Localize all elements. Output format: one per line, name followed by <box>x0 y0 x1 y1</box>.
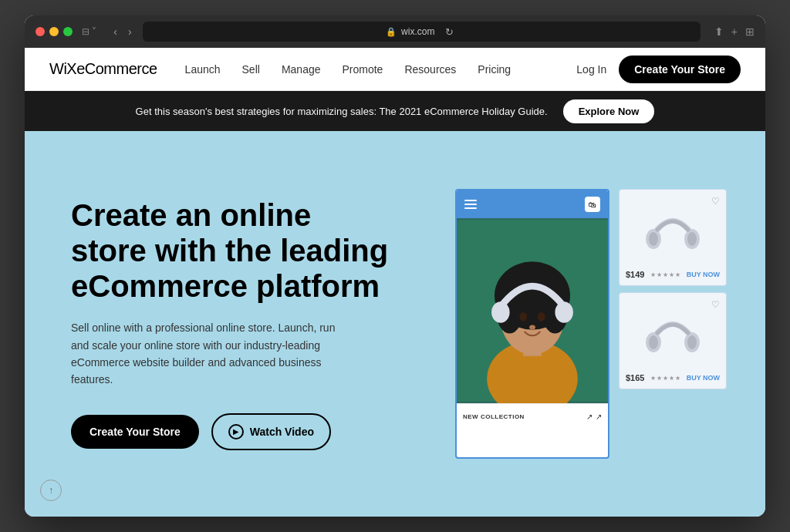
headphone-illustration-2 <box>642 307 704 361</box>
svg-point-8 <box>555 301 573 322</box>
lock-icon: 🔒 <box>386 27 397 37</box>
hero-description: Sell online with a professional online s… <box>71 319 349 389</box>
scroll-up-icon: ↑ <box>49 485 53 496</box>
nav-link-launch[interactable]: Launch <box>185 63 221 76</box>
forward-button[interactable]: › <box>125 24 135 39</box>
mockup-header: 🛍 <box>457 190 608 218</box>
mockup-footer: NEW COLLECTION ↗ ↗ <box>457 403 608 429</box>
hero-actions: Create Your Store ▶ Watch Video <box>71 413 395 450</box>
close-button[interactable] <box>35 27 45 36</box>
fullscreen-button[interactable] <box>63 27 73 36</box>
nav-link-resources[interactable]: Resources <box>404 63 456 76</box>
browser-window: ⊟ ˅ ‹ › 🔒 wix.com ↻ ⬆ + ⊞ WiXeCommerce L… <box>25 15 765 517</box>
address-bar[interactable]: 🔒 wix.com ↻ <box>143 22 701 42</box>
login-button[interactable]: Log In <box>576 63 606 76</box>
browser-controls: ‹ › <box>110 24 134 39</box>
product-card-2-footer: $165 ★★★★★ BUY NOW <box>626 373 720 382</box>
nav-link-promote[interactable]: Promote <box>342 63 383 76</box>
nav-link-manage[interactable]: Manage <box>282 63 321 76</box>
navbar: WiXeCommerce Launch Sell Manage Promote … <box>25 48 765 91</box>
hamburger-icon <box>464 200 477 209</box>
share-icon[interactable]: ⬆ <box>714 25 724 38</box>
wishlist-icon-2[interactable]: ♡ <box>711 299 720 310</box>
watch-video-button[interactable]: ▶ Watch Video <box>211 413 331 450</box>
browser-actions: ⬆ + ⊞ <box>714 25 755 38</box>
nav-links: Launch Sell Manage Promote Resources Pri… <box>185 63 577 76</box>
svg-point-9 <box>519 312 527 322</box>
product-cards-side: ♡ <box>619 189 727 459</box>
product-hero-image <box>457 218 608 403</box>
nav-actions: Log In Create Your Store <box>576 56 741 83</box>
hero-section: Create an online store with the leading … <box>25 131 765 517</box>
grid-icon[interactable]: ⊞ <box>745 25 755 38</box>
store-mockup-main: 🛍 <box>455 189 609 459</box>
headphone-illustration-1 <box>642 204 704 258</box>
navbar-cta-button[interactable]: Create Your Store <box>619 56 741 83</box>
promo-banner: Get this season's best strategies for ma… <box>25 91 765 131</box>
hero-product-showcase: 🛍 <box>455 189 727 459</box>
product-card-1: ♡ <box>619 189 727 286</box>
play-icon: ▶ <box>228 424 244 439</box>
product-card-2: ♡ <box>619 292 727 389</box>
logo[interactable]: WiXeCommerce <box>49 60 157 78</box>
back-button[interactable]: ‹ <box>110 24 120 39</box>
buy-now-button-2[interactable]: BUY NOW <box>687 374 720 382</box>
product-image-2 <box>626 299 720 369</box>
product-image-1 <box>626 196 720 265</box>
product-card-1-footer: $149 ★★★★★ BUY NOW <box>626 270 720 279</box>
nav-link-pricing[interactable]: Pricing <box>478 63 511 76</box>
svg-point-19 <box>687 335 697 349</box>
arrow-icons: ↗ ↗ <box>586 412 602 421</box>
svg-point-7 <box>491 301 510 322</box>
new-collection-label: NEW COLLECTION <box>463 413 525 420</box>
nav-link-sell[interactable]: Sell <box>242 63 260 76</box>
arrow-icon-2: ↗ <box>596 412 602 421</box>
browser-chrome: ⊟ ˅ ‹ › 🔒 wix.com ↻ ⬆ + ⊞ <box>25 15 765 48</box>
product-price-2: $165 <box>626 373 644 382</box>
svg-point-13 <box>649 232 658 246</box>
svg-point-10 <box>538 312 545 322</box>
svg-point-11 <box>529 325 535 330</box>
product-stars-1: ★★★★★ <box>650 271 681 278</box>
traffic-lights <box>35 27 73 36</box>
arrow-icon-1: ↗ <box>586 412 592 421</box>
hero-cta-button[interactable]: Create Your Store <box>71 415 199 449</box>
person-headphones-illustration <box>457 218 608 403</box>
explore-now-button[interactable]: Explore Now <box>563 99 655 123</box>
watch-video-label: Watch Video <box>250 426 314 438</box>
hero-content: Create an online store with the leading … <box>71 197 395 450</box>
svg-point-15 <box>687 232 697 246</box>
cart-icon: 🛍 <box>585 197 600 212</box>
minimize-button[interactable] <box>49 27 59 36</box>
svg-point-17 <box>649 335 658 349</box>
buy-now-button-1[interactable]: BUY NOW <box>687 271 720 278</box>
banner-text: Get this season's best strategies for ma… <box>136 106 548 117</box>
scroll-up-button[interactable]: ↑ <box>40 480 62 501</box>
logo-text: WiX <box>49 60 76 77</box>
hero-title: Create an online store with the leading … <box>71 197 395 304</box>
logo-suffix: eCommerce <box>76 60 157 77</box>
new-tab-icon[interactable]: + <box>731 25 738 38</box>
wishlist-icon-1[interactable]: ♡ <box>711 196 720 207</box>
site-content: WiXeCommerce Launch Sell Manage Promote … <box>25 48 765 517</box>
refresh-button[interactable]: ↻ <box>442 25 457 39</box>
window-tile-icon[interactable]: ⊟ ˅ <box>82 26 96 37</box>
product-stars-2: ★★★★★ <box>650 375 681 382</box>
url-text: wix.com <box>401 26 434 37</box>
product-price-1: $149 <box>626 270 644 279</box>
